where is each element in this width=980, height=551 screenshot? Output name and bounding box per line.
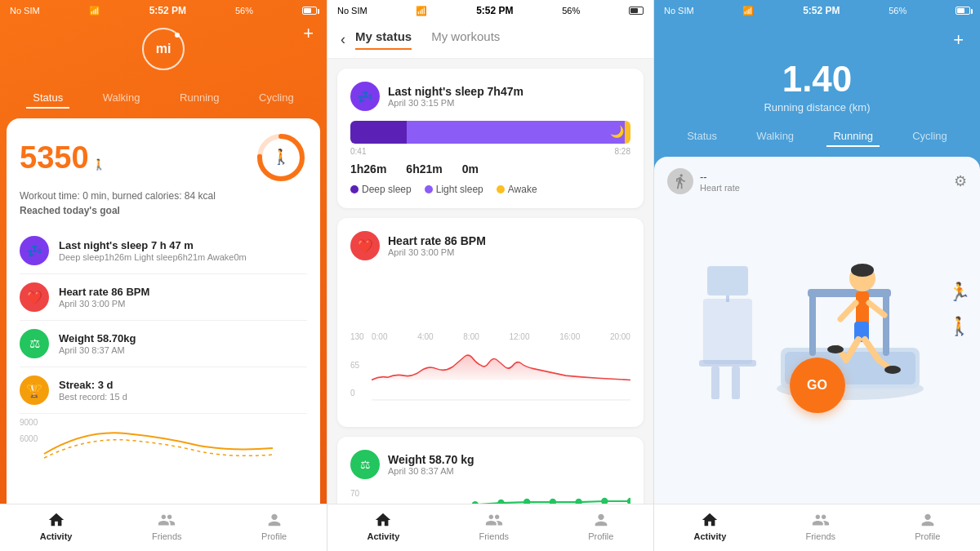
add-button-p3[interactable]: + <box>953 29 964 51</box>
nav-activity-p1[interactable]: Activity <box>40 511 73 541</box>
weight-card-icon: ⚖ <box>350 450 380 479</box>
walking-inactive-icon[interactable]: 🚶 <box>948 316 970 337</box>
svg-rect-23 <box>726 295 729 302</box>
nav-friends-label-p3: Friends <box>805 531 835 541</box>
p2-tabs: My status My workouts <box>355 29 500 50</box>
sleep-card-titles: Last night's sleep 7h47m April 30 3:15 P… <box>388 85 523 108</box>
sleep-icon-glyph: 💤 <box>26 243 42 259</box>
tab-cycling-p3[interactable]: Cycling <box>906 127 954 147</box>
weight-card-titles: Weight 58.70 kg April 30 8:37 AM <box>388 453 474 476</box>
svg-text:9000: 9000 <box>20 418 38 427</box>
weight-item[interactable]: ⚖ Weight 58.70kg April 30 8:37 AM <box>20 321 307 367</box>
svg-rect-20 <box>711 367 719 399</box>
tab-my-workouts[interactable]: My workouts <box>431 29 500 50</box>
hr-card-glyph: ❤️ <box>357 238 373 254</box>
tab-walking-p1[interactable]: Walking <box>96 88 147 109</box>
time-p2: 5:52 PM <box>476 5 513 16</box>
awake-stat: 0m <box>462 162 479 176</box>
p3-header: + <box>654 21 980 51</box>
sleep-legend: Deep sleep Light sleep Awake <box>350 184 630 195</box>
tab-status-p3[interactable]: Status <box>680 127 724 147</box>
p3-main-card: -- Heart rate ⚙ <box>654 157 980 504</box>
awake-label: Awake <box>508 184 537 195</box>
go-label: GO <box>807 378 827 393</box>
awake-stat-val: 0m <box>462 162 479 176</box>
go-button[interactable]: GO <box>790 358 845 413</box>
hr-card-header: ❤️ Heart rate 86 BPM April 30 3:00 PM <box>350 231 630 260</box>
profile-icon-p1 <box>265 511 283 529</box>
svg-point-17 <box>627 498 630 504</box>
time-p3: 5:52 PM <box>803 5 840 16</box>
nav-activity-p3[interactable]: Activity <box>694 511 727 541</box>
nav-profile-label-p2: Profile <box>588 531 613 541</box>
bottom-nav-p3: Activity Friends Profile <box>654 504 980 551</box>
add-button-p1[interactable]: + <box>303 23 314 44</box>
settings-button-p3[interactable]: ⚙ <box>954 172 967 190</box>
p3-unit: Running distance (km) <box>654 101 980 113</box>
steps-unit-icon: 🚶 <box>92 158 105 171</box>
steps-row: 5350 🚶 🚶 <box>20 131 307 184</box>
svg-line-42 <box>869 303 884 315</box>
nav-profile-p1[interactable]: Profile <box>261 511 287 541</box>
deep-dot <box>350 185 359 193</box>
battery-icon-p3 <box>956 7 970 15</box>
p2-scroll-area[interactable]: 💤 Last night's sleep 7h47m April 30 3:15… <box>327 59 653 504</box>
tab-my-status[interactable]: My status <box>355 29 412 50</box>
nav-friends-p3[interactable]: Friends <box>805 511 835 541</box>
back-button-p2[interactable]: ‹ <box>341 31 345 48</box>
tab-status-p1[interactable]: Status <box>26 88 69 109</box>
sleep-item[interactable]: 💤 Last night's sleep 7 h 47 m Deep sleep… <box>20 228 307 274</box>
sleep-stats: 1h26m 6h21m 0m <box>350 162 630 176</box>
sleep-start-time: 0:41 <box>350 147 366 156</box>
light-sleep-seg <box>407 121 626 144</box>
deep-sleep-stat: 1h26m <box>350 162 386 176</box>
tab-cycling-p1[interactable]: Cycling <box>252 88 301 109</box>
heartrate-subtitle: April 30 3:00 PM <box>59 299 149 309</box>
streak-item[interactable]: 🏆 Streak: 3 d Best record: 15 d <box>20 367 307 414</box>
tab-running-p3[interactable]: Running <box>826 127 879 147</box>
bottom-nav-p2: Activity Friends Profile <box>327 504 653 551</box>
nav-profile-p2[interactable]: Profile <box>588 511 613 541</box>
deep-label: Deep sleep <box>362 184 412 195</box>
nav-friends-p1[interactable]: Friends <box>152 511 182 541</box>
weight-chart-wrapper: 70 40 10 <box>350 489 630 504</box>
wifi-icon-p2: 📶 <box>416 6 427 16</box>
weight-y-labels: 70 40 10 <box>350 489 370 504</box>
hr-card-titles: Heart rate 86 BPM April 30 3:00 PM <box>388 234 486 257</box>
tab-running-p1[interactable]: Running <box>173 88 225 109</box>
svg-point-16 <box>601 498 608 504</box>
sleep-title: Last night's sleep 7 h 47 m <box>59 239 247 251</box>
p3-distance: 1.40 <box>654 59 980 100</box>
heartrate-item[interactable]: ❤️ Heart rate 86 BPM April 30 3:00 PM <box>20 274 307 321</box>
nav-activity-label-p1: Activity <box>40 531 73 541</box>
svg-text:6000: 6000 <box>20 434 38 443</box>
p3-hr-label: Heart rate <box>700 183 740 193</box>
network-label-p1: No SIM <box>10 6 40 16</box>
nav-activity-p2[interactable]: Activity <box>368 511 400 541</box>
svg-rect-28 <box>883 291 889 356</box>
profile-icon-p2 <box>592 511 610 529</box>
svg-rect-22 <box>707 266 748 295</box>
sleep-card-date: April 30 3:15 PM <box>388 98 523 108</box>
p1-header: mi <box>0 21 327 88</box>
p3-avatar <box>667 168 693 194</box>
steps-count: 5350 🚶 <box>20 140 105 176</box>
svg-point-39 <box>827 345 844 353</box>
nav-friends-p2[interactable]: Friends <box>479 511 509 541</box>
heartrate-text: Heart rate 86 BPM April 30 3:00 PM <box>59 286 149 309</box>
steps-chart-svg: 9000 6000 <box>20 417 307 466</box>
svg-point-12 <box>497 500 504 504</box>
svg-rect-19 <box>699 360 756 367</box>
svg-rect-18 <box>703 299 752 364</box>
svg-rect-27 <box>809 291 816 356</box>
p3-side-icons: 🏃 🚶 <box>948 282 970 337</box>
steps-ring: 🚶 <box>255 131 307 184</box>
tab-walking-p3[interactable]: Walking <box>750 127 800 147</box>
status-bar-p2: No SIM 📶 5:52 PM 56% <box>327 0 653 21</box>
sleep-time-labels: 0:41 8:28 <box>350 147 630 156</box>
battery-label-p2: 56% <box>562 6 580 16</box>
hr-card-date: April 30 3:00 PM <box>388 247 486 257</box>
home-icon-p3 <box>701 511 719 529</box>
nav-profile-p3[interactable]: Profile <box>915 511 940 541</box>
running-active-icon[interactable]: 🏃 <box>948 282 970 303</box>
